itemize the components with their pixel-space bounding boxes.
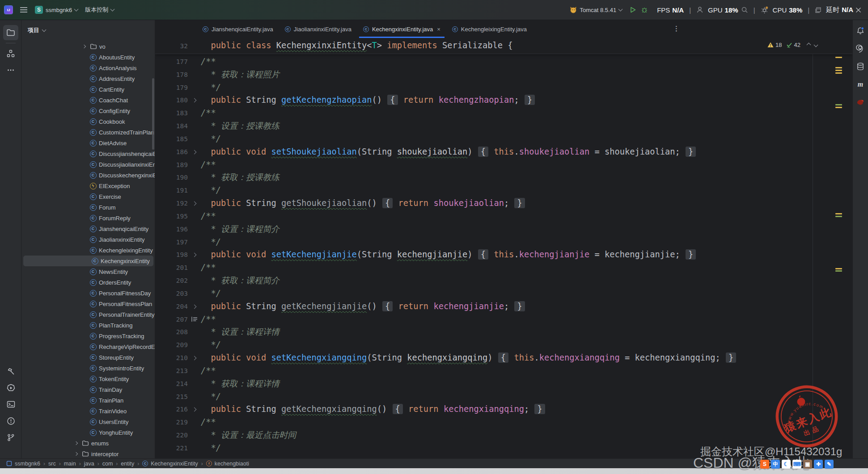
code-line-191[interactable]: 191 */ — [155, 184, 852, 197]
tree-item-TrainDay[interactable]: CTrainDay — [21, 384, 155, 395]
structure-icon[interactable] — [3, 46, 18, 61]
code-line-text[interactable]: * 获取：课程简介 — [201, 274, 279, 287]
line-number[interactable]: 183 — [155, 107, 188, 120]
services-icon[interactable] — [3, 380, 18, 395]
tree-item-interceptor[interactable]: interceptor — [21, 449, 155, 458]
code-line-text[interactable]: public void setKechengjianjie(String kec… — [201, 248, 696, 261]
stripe-mark[interactable] — [835, 70, 842, 71]
project-tree-scrollbar[interactable] — [152, 78, 154, 150]
close-icon[interactable] — [855, 7, 862, 13]
expand-chevron-icon[interactable] — [72, 442, 80, 445]
tree-item-DiscussjiaolianxinxiEntity[interactable]: CDiscussjiaolianxinxiEntity — [21, 159, 155, 170]
tab-JianshenqicaiEntity.java[interactable]: CJianshenqicaiEntity.java — [197, 20, 279, 38]
tree-item-ConfigEntity[interactable]: CConfigEntity — [21, 105, 155, 116]
warnings-count[interactable]: 18 — [767, 42, 782, 48]
code-line-text[interactable]: */ — [201, 236, 221, 249]
code-line-text[interactable]: * 获取：授课教练 — [201, 171, 279, 184]
code-line-text[interactable]: /** — [201, 365, 216, 378]
code-line-text[interactable]: * 设置：课程简介 — [201, 223, 279, 236]
line-number[interactable]: 221 — [155, 442, 188, 455]
line-number[interactable]: 202 — [155, 274, 188, 287]
tree-item-UsersEntity[interactable]: CUsersEntity — [21, 416, 155, 427]
more-icon[interactable] — [3, 63, 18, 78]
code-line-208[interactable]: 208 * 设置：课程详情 — [155, 326, 852, 339]
code-line-text[interactable]: /** — [201, 55, 216, 68]
code-line-text[interactable]: /** — [201, 159, 216, 172]
line-number[interactable]: 220 — [155, 429, 188, 442]
code-line-text[interactable]: public String getKechengjianjie() { retu… — [201, 300, 525, 313]
inspections-widget[interactable]: 18 42 — [767, 42, 817, 48]
line-number[interactable]: 195 — [155, 210, 188, 223]
code-line-198[interactable]: 198 public void setKechengjianjie(String… — [155, 248, 852, 261]
tree-item-JianshenqicaiEntity[interactable]: CJianshenqicaiEntity — [21, 223, 155, 234]
code-line-text[interactable]: /** — [201, 210, 216, 223]
code-line-text[interactable]: public String getShoukejiaolian() { retu… — [201, 197, 525, 210]
tree-item-RechargeVipRecordEntity[interactable]: CRechargeVipRecordEntity — [21, 341, 155, 352]
tree-item-PersonalTrainerEntity[interactable]: CPersonalTrainerEntity — [21, 309, 155, 320]
code-line-190[interactable]: 190 * 获取：授课教练 — [155, 171, 852, 184]
expand-chevron-icon[interactable] — [72, 453, 80, 455]
fold-arrow-icon[interactable] — [188, 151, 201, 154]
code-line-180[interactable]: 180 public String getKechengzhaopian() {… — [155, 94, 852, 107]
code-line-text[interactable]: public String getKechengzhaopian() { ret… — [201, 94, 535, 107]
tree-item-Cookbook[interactable]: CCookbook — [21, 116, 155, 127]
tree-item-TrainVideo[interactable]: CTrainVideo — [21, 406, 155, 416]
prev-issue-chevron-icon[interactable] — [807, 43, 811, 47]
tree-item-NewsEntity[interactable]: CNewsEntity — [21, 266, 155, 277]
code-line-177[interactable]: 177/** — [155, 55, 852, 68]
code-line-text[interactable]: /** — [201, 107, 216, 120]
line-number[interactable]: 196 — [155, 223, 188, 236]
line-number[interactable]: 184 — [155, 120, 188, 133]
tree-item-JiaolianxinxiEntity[interactable]: CJiaolianxinxiEntity — [21, 234, 155, 245]
notifications-icon[interactable] — [855, 25, 866, 37]
line-number[interactable]: 209 — [155, 339, 188, 352]
tree-item-Forum[interactable]: CForum — [21, 202, 155, 213]
code-line-216[interactable]: 216 public String getKechengxiangqing() … — [155, 403, 852, 416]
stripe-mark[interactable] — [835, 216, 842, 217]
line-number[interactable]: 219 — [155, 416, 188, 429]
next-issue-chevron-icon[interactable] — [814, 43, 818, 47]
line-number[interactable]: 189 — [155, 159, 188, 172]
tree-item-KechengleixingEntity[interactable]: CKechengleixingEntity — [21, 245, 155, 256]
code-line-219[interactable]: 219/** — [155, 416, 852, 429]
code-line-195[interactable]: 195/** — [155, 210, 852, 223]
stripe-mark[interactable] — [835, 270, 842, 272]
project-icon[interactable] — [3, 25, 18, 40]
tree-item-CustomizedTrainPlan[interactable]: CCustomizedTrainPlan — [21, 127, 155, 138]
tree-item-ActionAnalysis[interactable]: CActionAnalysis — [21, 63, 155, 73]
project-panel-header[interactable]: 项目 — [21, 20, 155, 34]
code-line-text[interactable]: */ — [201, 287, 221, 300]
tree-item-vo[interactable]: vo — [21, 41, 155, 52]
line-number[interactable]: 178 — [155, 68, 188, 81]
code-line-text[interactable]: */ — [201, 390, 221, 403]
code-line-192[interactable]: 192 public String getShoukejiaolian() { … — [155, 197, 852, 210]
code-line-text[interactable]: /** — [201, 416, 216, 429]
tree-item-PersonalFitnessDay[interactable]: CPersonalFitnessDay — [21, 288, 155, 298]
code-line-209[interactable]: 209 */ — [155, 339, 852, 352]
line-number[interactable]: 210 — [155, 352, 188, 365]
tree-item-AboutusEntity[interactable]: CAboutusEntity — [21, 52, 155, 63]
fold-arrow-icon[interactable] — [188, 357, 201, 360]
tab-options-kebab-icon[interactable]: ⋮ — [673, 25, 680, 33]
line-number[interactable]: 204 — [155, 300, 188, 313]
menu-burger-icon[interactable] — [20, 7, 28, 13]
code-line-text[interactable]: /** — [201, 313, 216, 326]
run-configuration[interactable]: Tomcat 8.5.41 — [569, 6, 622, 14]
code-line-202[interactable]: 202 * 获取：课程简介 — [155, 274, 852, 287]
line-number[interactable]: 215 — [155, 390, 188, 403]
line-number[interactable]: 213 — [155, 365, 188, 378]
tree-item-Exercise[interactable]: CExercise — [21, 191, 155, 202]
code-line-text[interactable]: */ — [201, 184, 221, 197]
code-line-214[interactable]: 214 * 获取：课程详情 — [155, 378, 852, 390]
breadcrumb-item-KechengxinxiEntity[interactable]: CKechengxinxiEntity — [142, 461, 198, 467]
red-plugin-icon[interactable] — [855, 96, 866, 108]
tree-item-CoachChat[interactable]: CCoachChat — [21, 95, 155, 105]
database-icon[interactable] — [855, 61, 866, 72]
code-line-text[interactable]: * 设置：课程详情 — [201, 326, 279, 339]
code-line-201[interactable]: 201/** — [155, 261, 852, 274]
breadcrumb-item-entity[interactable]: entity — [121, 461, 134, 467]
tree-item-EIException[interactable]: ϟEIException — [21, 180, 155, 191]
code-line-text[interactable]: public void setKechengxiangqing(String k… — [201, 352, 737, 365]
close-icon[interactable]: × — [437, 26, 440, 32]
code-line-186[interactable]: 186 public void setShoukejiaolian(String… — [155, 146, 852, 159]
